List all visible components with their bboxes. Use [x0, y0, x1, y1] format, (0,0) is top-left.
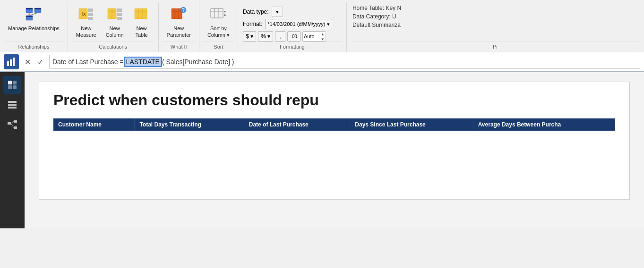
svg-rect-3	[34, 8, 41, 9]
datatype-label: Data type:	[243, 8, 269, 15]
svg-rect-45	[14, 120, 17, 123]
svg-rect-37	[8, 81, 12, 84]
svg-rect-17	[117, 8, 122, 12]
whatif-group: ? NewParameter What If	[159, 2, 199, 52]
formula-input-area[interactable]: Date of Last Purchase = LASTDATE ( Sales…	[49, 55, 640, 69]
svg-text:?: ?	[182, 8, 185, 13]
new-measure-label: NewMeasure	[76, 25, 96, 39]
default-summarize-row: Default Summariza	[352, 22, 638, 28]
sort-by-column-icon	[210, 6, 227, 23]
new-column-button[interactable]: NewColumn	[102, 4, 128, 41]
manage-relationships-button[interactable]: Manage Relationships	[4, 4, 64, 34]
formula-cancel-button[interactable]: ✕	[23, 57, 33, 67]
datatype-row: Data type: ▾	[243, 7, 283, 17]
new-table-label: NewTable	[135, 25, 147, 39]
svg-rect-13	[88, 17, 93, 20]
formula-bar: ✕ ✓ Date of Last Purchase = LASTDATE ( S…	[0, 52, 644, 72]
data-category-row: Data Category: U	[352, 13, 638, 20]
whatif-group-label: What If	[163, 42, 195, 52]
formula-suffix: ( Sales[Purchase Date] )	[162, 58, 234, 66]
new-parameter-icon: ?	[170, 6, 187, 23]
sidebar-item-report[interactable]	[3, 76, 21, 94]
currency-button[interactable]: $ ▾	[243, 31, 256, 42]
col-header-avg-days: Average Days Between Purcha	[473, 118, 615, 131]
spinner-up[interactable]: ▲	[320, 32, 326, 37]
formula-confirm-button[interactable]: ✓	[35, 57, 45, 67]
svg-rect-41	[8, 101, 17, 103]
canvas-area: Predict when customers should repu Custo…	[25, 72, 644, 228]
layout-body: Predict when customers should repu Custo…	[0, 72, 644, 228]
svg-rect-44	[8, 122, 11, 125]
svg-rect-40	[13, 85, 17, 89]
new-measure-icon: fx	[77, 6, 94, 23]
main-content: Predict when customers should repu Custo…	[25, 72, 644, 228]
sidebar-item-data[interactable]	[3, 96, 21, 114]
decimal-button[interactable]: .00	[287, 31, 301, 42]
sort-group-label: Sort	[203, 42, 234, 52]
manage-relationships-label: Manage Relationships	[8, 25, 60, 32]
svg-line-48	[11, 124, 14, 128]
svg-rect-43	[8, 107, 17, 109]
formatting-group-label: Formatting	[243, 42, 342, 52]
svg-rect-19	[117, 17, 122, 20]
format-row: Format: *14/03/2001 (d/MM/yyyy) ▾	[243, 19, 332, 29]
formula-highlighted-function: LASTDATE	[124, 57, 162, 67]
svg-rect-34	[7, 61, 9, 66]
ribbon: Manage Relationships Relationships fx	[0, 0, 644, 52]
default-summarize-label: Default Summariza	[352, 22, 401, 28]
percent-button[interactable]: % ▾	[258, 31, 273, 42]
new-table-icon	[133, 6, 150, 23]
svg-rect-5	[26, 16, 33, 17]
formula-prefix: Date of Last Purchase =	[52, 58, 124, 66]
report-canvas: Predict when customers should repu Custo…	[39, 82, 630, 200]
number-format-row: $ ▾ % ▾ , .00 ▲ ▼	[243, 31, 326, 42]
relationships-group: Manage Relationships Relationships	[0, 2, 68, 52]
svg-rect-20	[135, 8, 147, 19]
new-table-button[interactable]: NewTable	[129, 4, 155, 41]
svg-rect-35	[10, 59, 12, 66]
data-category-label: Data Category: U	[352, 13, 396, 20]
auto-input[interactable]	[303, 32, 320, 41]
col-header-days-since: Days Since Last Purchase	[350, 118, 473, 131]
sort-by-column-button[interactable]: Sort byColumn ▾	[203, 4, 234, 41]
svg-point-8	[28, 13, 30, 15]
svg-line-7	[29, 13, 38, 16]
svg-rect-39	[8, 85, 12, 89]
svg-rect-1	[26, 8, 33, 9]
format-dropdown[interactable]: *14/03/2001 (d/MM/yyyy) ▾	[265, 19, 332, 29]
home-table-label: Home Table: Key N	[352, 5, 401, 11]
calculations-group-label: Calculations	[72, 42, 155, 52]
home-table-row: Home Table: Key N	[352, 5, 638, 11]
svg-rect-36	[13, 58, 15, 66]
datatype-dropdown[interactable]: ▾	[272, 7, 283, 17]
report-title: Predict when customers should repu	[53, 92, 615, 109]
svg-rect-42	[8, 104, 17, 106]
data-table: Customer Name Total Days Transacting Dat…	[53, 118, 615, 131]
new-parameter-button[interactable]: ? NewParameter	[163, 4, 195, 41]
svg-rect-24	[172, 8, 182, 19]
svg-rect-12	[88, 13, 93, 16]
sort-by-column-label: Sort byColumn ▾	[207, 25, 230, 39]
svg-rect-46	[14, 126, 17, 129]
new-measure-button[interactable]: fx NewMeasure	[72, 4, 101, 41]
formula-actions: ✕ ✓	[23, 57, 45, 67]
properties-group-label: Pr	[352, 42, 638, 52]
formatting-group: Data type: ▾ Format: *14/03/2001 (d/MM/y…	[238, 2, 347, 52]
comma-button[interactable]: ,	[275, 31, 285, 42]
col-header-total-days: Total Days Transacting	[135, 118, 244, 131]
svg-rect-30	[211, 8, 223, 18]
new-column-icon	[106, 6, 123, 23]
svg-rect-38	[13, 81, 17, 84]
calculations-group: fx NewMeasure	[68, 2, 159, 52]
left-sidebar	[0, 72, 25, 228]
svg-text:fx: fx	[81, 11, 86, 17]
col-header-customer-name: Customer Name	[53, 118, 135, 131]
sort-group: Sort byColumn ▾ Sort	[199, 2, 238, 52]
svg-line-47	[11, 122, 14, 124]
col-header-date-last-purchase: Date of Last Purchase	[244, 118, 350, 131]
sidebar-item-model[interactable]	[3, 116, 21, 134]
svg-rect-18	[117, 13, 122, 16]
auto-spinner[interactable]: ▲ ▼	[302, 31, 326, 42]
new-parameter-label: NewParameter	[167, 25, 191, 39]
format-label: Format:	[243, 21, 262, 27]
